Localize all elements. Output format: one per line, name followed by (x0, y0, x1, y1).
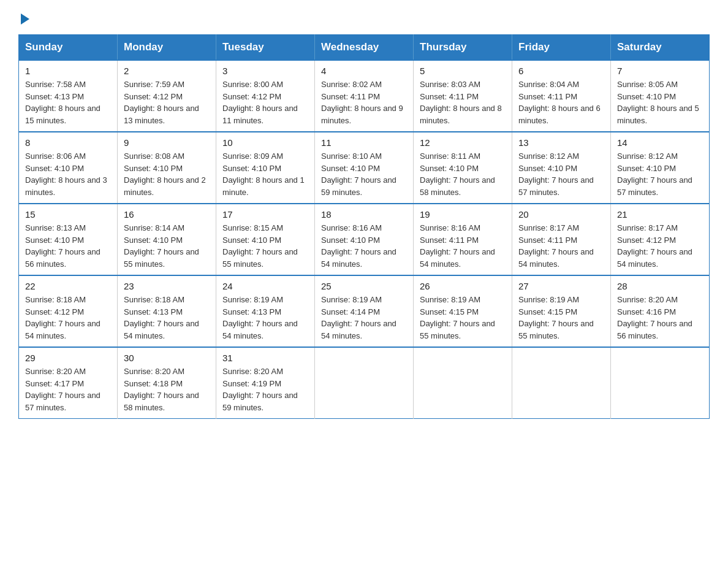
calendar-cell: 15 Sunrise: 8:13 AMSunset: 4:10 PMDaylig… (19, 204, 118, 275)
calendar-cell: 14 Sunrise: 8:12 AMSunset: 4:10 PMDaylig… (611, 132, 710, 204)
calendar-cell: 12 Sunrise: 8:11 AMSunset: 4:10 PMDaylig… (414, 132, 512, 204)
day-info: Sunrise: 8:12 AMSunset: 4:10 PMDaylight:… (518, 150, 604, 198)
day-number: 21 (617, 209, 703, 220)
day-number: 15 (25, 209, 111, 220)
calendar-cell: 10 Sunrise: 8:09 AMSunset: 4:10 PMDaylig… (216, 132, 315, 204)
day-info: Sunrise: 8:15 AMSunset: 4:10 PMDaylight:… (222, 222, 308, 270)
col-saturday: Saturday (611, 35, 710, 61)
day-info: Sunrise: 7:59 AMSunset: 4:12 PMDaylight:… (124, 79, 210, 126)
day-info: Sunrise: 8:03 AMSunset: 4:11 PMDaylight:… (420, 79, 506, 126)
day-number: 8 (25, 137, 111, 148)
day-number: 27 (518, 281, 604, 291)
calendar-cell: 17 Sunrise: 8:15 AMSunset: 4:10 PMDaylig… (216, 204, 315, 275)
calendar-cell (414, 347, 512, 419)
col-monday: Monday (118, 35, 216, 61)
day-number: 16 (124, 209, 210, 220)
day-number: 26 (420, 281, 506, 291)
day-number: 31 (222, 353, 308, 363)
col-tuesday: Tuesday (216, 35, 315, 61)
day-info: Sunrise: 8:18 AMSunset: 4:12 PMDaylight:… (25, 294, 111, 342)
calendar-cell: 18 Sunrise: 8:16 AMSunset: 4:10 PMDaylig… (315, 204, 414, 275)
day-info: Sunrise: 8:20 AMSunset: 4:18 PMDaylight:… (124, 366, 210, 413)
day-info: Sunrise: 7:58 AMSunset: 4:13 PMDaylight:… (25, 79, 111, 126)
day-info: Sunrise: 8:19 AMSunset: 4:15 PMDaylight:… (420, 294, 506, 342)
calendar-cell: 23 Sunrise: 8:18 AMSunset: 4:13 PMDaylig… (118, 275, 216, 347)
calendar-cell: 9 Sunrise: 8:08 AMSunset: 4:10 PMDayligh… (118, 132, 216, 204)
calendar-week-row: 29 Sunrise: 8:20 AMSunset: 4:17 PMDaylig… (19, 347, 710, 419)
day-number: 9 (124, 137, 210, 148)
calendar-cell: 25 Sunrise: 8:19 AMSunset: 4:14 PMDaylig… (315, 275, 414, 347)
day-number: 18 (321, 209, 407, 220)
calendar-cell: 19 Sunrise: 8:16 AMSunset: 4:11 PMDaylig… (414, 204, 512, 275)
day-info: Sunrise: 8:16 AMSunset: 4:11 PMDaylight:… (420, 222, 506, 270)
calendar-week-row: 8 Sunrise: 8:06 AMSunset: 4:10 PMDayligh… (19, 132, 710, 204)
day-number: 30 (124, 353, 210, 363)
day-info: Sunrise: 8:20 AMSunset: 4:19 PMDaylight:… (222, 366, 308, 413)
day-number: 4 (321, 66, 407, 76)
calendar-cell: 26 Sunrise: 8:19 AMSunset: 4:15 PMDaylig… (414, 275, 512, 347)
day-info: Sunrise: 8:09 AMSunset: 4:10 PMDaylight:… (222, 150, 308, 198)
col-thursday: Thursday (414, 35, 512, 61)
day-number: 17 (222, 209, 308, 220)
calendar-cell: 11 Sunrise: 8:10 AMSunset: 4:10 PMDaylig… (315, 132, 414, 204)
calendar-cell: 16 Sunrise: 8:14 AMSunset: 4:10 PMDaylig… (118, 204, 216, 275)
calendar-cell: 22 Sunrise: 8:18 AMSunset: 4:12 PMDaylig… (19, 275, 118, 347)
day-info: Sunrise: 8:02 AMSunset: 4:11 PMDaylight:… (321, 79, 407, 126)
day-info: Sunrise: 8:04 AMSunset: 4:11 PMDaylight:… (518, 79, 604, 126)
calendar-cell: 5 Sunrise: 8:03 AMSunset: 4:11 PMDayligh… (414, 60, 512, 132)
calendar-cell: 29 Sunrise: 8:20 AMSunset: 4:17 PMDaylig… (19, 347, 118, 419)
day-info: Sunrise: 8:20 AMSunset: 4:17 PMDaylight:… (25, 366, 111, 413)
col-friday: Friday (512, 35, 611, 61)
day-info: Sunrise: 8:17 AMSunset: 4:11 PMDaylight:… (518, 222, 604, 270)
day-number: 11 (321, 137, 407, 148)
day-info: Sunrise: 8:19 AMSunset: 4:14 PMDaylight:… (321, 294, 407, 342)
calendar-cell: 31 Sunrise: 8:20 AMSunset: 4:19 PMDaylig… (216, 347, 315, 419)
day-info: Sunrise: 8:18 AMSunset: 4:13 PMDaylight:… (124, 294, 210, 342)
calendar-cell: 2 Sunrise: 7:59 AMSunset: 4:12 PMDayligh… (118, 60, 216, 132)
calendar-cell: 1 Sunrise: 7:58 AMSunset: 4:13 PMDayligh… (19, 60, 118, 132)
day-info: Sunrise: 8:12 AMSunset: 4:10 PMDaylight:… (617, 150, 703, 198)
day-info: Sunrise: 8:20 AMSunset: 4:16 PMDaylight:… (617, 294, 703, 342)
calendar-cell: 4 Sunrise: 8:02 AMSunset: 4:11 PMDayligh… (315, 60, 414, 132)
day-number: 24 (222, 281, 308, 291)
header-row: Sunday Monday Tuesday Wednesday Thursday… (19, 35, 710, 61)
day-info: Sunrise: 8:13 AMSunset: 4:10 PMDaylight:… (25, 222, 111, 270)
day-info: Sunrise: 8:19 AMSunset: 4:15 PMDaylight:… (518, 294, 604, 342)
day-info: Sunrise: 8:14 AMSunset: 4:10 PMDaylight:… (124, 222, 210, 270)
day-info: Sunrise: 8:08 AMSunset: 4:10 PMDaylight:… (124, 150, 210, 198)
day-number: 2 (124, 66, 210, 76)
day-number: 7 (617, 66, 703, 76)
calendar-cell: 20 Sunrise: 8:17 AMSunset: 4:11 PMDaylig… (512, 204, 611, 275)
calendar-cell: 13 Sunrise: 8:12 AMSunset: 4:10 PMDaylig… (512, 132, 611, 204)
day-number: 12 (420, 137, 506, 148)
day-number: 29 (25, 353, 111, 363)
day-info: Sunrise: 8:11 AMSunset: 4:10 PMDaylight:… (420, 150, 506, 198)
calendar-week-row: 1 Sunrise: 7:58 AMSunset: 4:13 PMDayligh… (19, 60, 710, 132)
day-number: 20 (518, 209, 604, 220)
day-number: 14 (617, 137, 703, 148)
day-number: 1 (25, 66, 111, 76)
day-number: 23 (124, 281, 210, 291)
logo-arrow-icon (21, 13, 29, 25)
day-info: Sunrise: 8:00 AMSunset: 4:12 PMDaylight:… (222, 79, 308, 126)
day-number: 28 (617, 281, 703, 291)
calendar-body: 1 Sunrise: 7:58 AMSunset: 4:13 PMDayligh… (19, 60, 710, 419)
day-info: Sunrise: 8:17 AMSunset: 4:12 PMDaylight:… (617, 222, 703, 270)
col-sunday: Sunday (19, 35, 118, 61)
day-number: 22 (25, 281, 111, 291)
day-info: Sunrise: 8:06 AMSunset: 4:10 PMDaylight:… (25, 150, 111, 198)
calendar-cell: 3 Sunrise: 8:00 AMSunset: 4:12 PMDayligh… (216, 60, 315, 132)
day-number: 10 (222, 137, 308, 148)
calendar-cell: 24 Sunrise: 8:19 AMSunset: 4:13 PMDaylig… (216, 275, 315, 347)
col-wednesday: Wednesday (315, 35, 414, 61)
calendar-cell: 7 Sunrise: 8:05 AMSunset: 4:10 PMDayligh… (611, 60, 710, 132)
day-info: Sunrise: 8:10 AMSunset: 4:10 PMDaylight:… (321, 150, 407, 198)
calendar-cell: 27 Sunrise: 8:19 AMSunset: 4:15 PMDaylig… (512, 275, 611, 347)
calendar-cell (611, 347, 710, 419)
day-info: Sunrise: 8:19 AMSunset: 4:13 PMDaylight:… (222, 294, 308, 342)
calendar-table: Sunday Monday Tuesday Wednesday Thursday… (18, 34, 710, 419)
day-info: Sunrise: 8:16 AMSunset: 4:10 PMDaylight:… (321, 222, 407, 270)
calendar-cell: 21 Sunrise: 8:17 AMSunset: 4:12 PMDaylig… (611, 204, 710, 275)
calendar-cell: 8 Sunrise: 8:06 AMSunset: 4:10 PMDayligh… (19, 132, 118, 204)
calendar-cell: 28 Sunrise: 8:20 AMSunset: 4:16 PMDaylig… (611, 275, 710, 347)
